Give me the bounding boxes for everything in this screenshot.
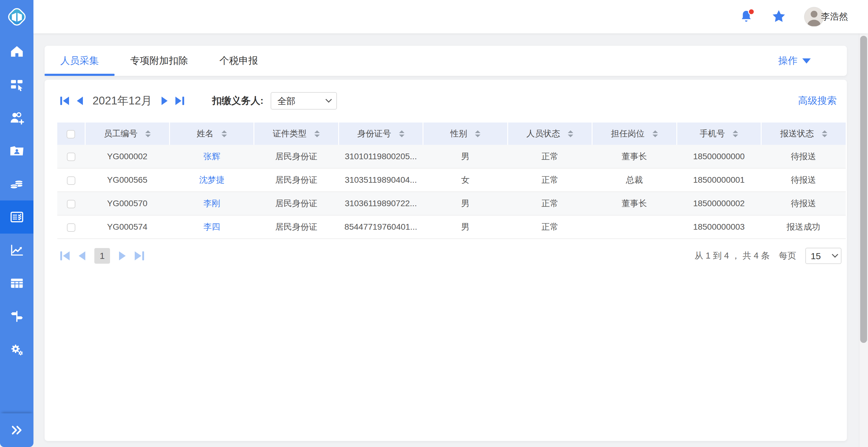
cell-employee-id: YG000570 — [85, 192, 169, 215]
last-period-button[interactable] — [176, 97, 184, 105]
employee-files-icon — [9, 143, 25, 159]
cell-id-number: 85447719760401... — [338, 215, 423, 239]
sort-icon[interactable] — [652, 130, 658, 137]
first-page-button[interactable] — [60, 251, 70, 261]
tab-card: 人员采集 专项附加扣除 个税申报 操作 — [44, 46, 847, 76]
col-status: 人员状态 — [526, 128, 560, 139]
sidebar — [0, 0, 33, 447]
tab-tax-declaration[interactable]: 个税申报 — [204, 46, 274, 76]
sidebar-nav — [0, 35, 33, 366]
last-page-button[interactable] — [135, 251, 144, 261]
cell-id-number: 31036119890722... — [338, 192, 423, 215]
sidebar-item-add-person[interactable] — [0, 101, 33, 134]
home-icon — [9, 44, 25, 59]
sidebar-item-tax-report[interactable] — [0, 201, 33, 234]
withholding-agent-label: 扣缴义务人: — [212, 94, 264, 107]
pagination-summary-area: 从 1 到 4 ， 共 4 条 每页 15 — [694, 248, 841, 264]
cell-gender: 男 — [423, 145, 507, 168]
notification-badge — [748, 8, 755, 15]
favorites-button[interactable] — [771, 8, 786, 25]
sidebar-item-guide[interactable] — [0, 300, 33, 333]
tab-personnel-collection[interactable]: 人员采集 — [44, 46, 115, 76]
row-checkbox[interactable] — [67, 224, 75, 232]
sidebar-item-home[interactable] — [0, 35, 33, 68]
operate-dropdown[interactable]: 操作 — [778, 46, 811, 76]
cell-name-link[interactable]: 张辉 — [169, 145, 254, 168]
cell-name-link[interactable]: 沈梦捷 — [169, 168, 254, 192]
cell-employee-id: YG000002 — [85, 145, 169, 168]
cell-phone: 18500000003 — [677, 215, 761, 239]
double-chevron-right-icon — [8, 422, 25, 439]
sidebar-item-data-table[interactable] — [0, 267, 33, 300]
payroll-coins-icon — [9, 176, 25, 192]
data-table-icon — [9, 275, 25, 291]
notifications-button[interactable] — [739, 9, 753, 25]
cell-position: 董事长 — [592, 145, 677, 168]
content-card: 2021年12月 扣缴义务人: 全部 高级搜索 员工编号 姓名 证件类型 — [44, 80, 847, 441]
cell-report-status: 报送成功 — [761, 215, 846, 239]
cell-report-status: 待报送 — [761, 168, 846, 192]
book-logo-icon — [5, 5, 28, 28]
cell-report-status: 待报送 — [761, 192, 846, 215]
sort-icon[interactable] — [399, 130, 404, 137]
row-checkbox[interactable] — [67, 152, 75, 161]
sort-icon[interactable] — [314, 130, 320, 137]
employee-table: 员工编号 姓名 证件类型 身份证号 性别 人员状态 担任岗位 手机号 报送状态 … — [57, 123, 846, 239]
withholding-agent-filter: 扣缴义务人: 全部 — [212, 92, 337, 110]
withholding-agent-select[interactable]: 全部 — [271, 92, 337, 110]
scrollbar-track[interactable] — [859, 33, 868, 447]
tab-special-deduction[interactable]: 专项附加扣除 — [115, 46, 204, 76]
sort-icon[interactable] — [822, 130, 827, 137]
sort-icon[interactable] — [733, 130, 738, 137]
user-menu[interactable]: 李浩然 — [804, 7, 848, 27]
pagination: 1 从 1 到 4 ， 共 4 条 每页 15 — [57, 247, 846, 265]
prev-page-button[interactable] — [79, 251, 85, 261]
per-page-label: 每页 — [779, 250, 796, 262]
cell-phone: 18500000001 — [677, 168, 761, 192]
col-gender: 性别 — [450, 128, 467, 139]
pagination-summary: 从 1 到 4 ， 共 4 条 — [694, 250, 770, 262]
prev-period-button[interactable] — [77, 97, 83, 105]
sidebar-item-settings[interactable] — [0, 333, 33, 366]
next-page-button[interactable] — [119, 251, 126, 261]
table-row: YG000002 张辉 居民身份证 31010119800205... 男 正常… — [57, 145, 846, 168]
sidebar-item-payroll[interactable] — [0, 167, 33, 201]
sort-icon[interactable] — [221, 130, 227, 137]
current-page-button[interactable]: 1 — [94, 248, 110, 264]
row-checkbox[interactable] — [67, 176, 75, 185]
header-checkbox-cell — [57, 123, 85, 145]
cell-id-type: 居民身份证 — [254, 192, 338, 215]
sidebar-expand-button[interactable] — [0, 413, 33, 447]
cell-phone: 18500000002 — [677, 192, 761, 215]
cell-position — [592, 215, 677, 239]
toolbar: 2021年12月 扣缴义务人: 全部 高级搜索 — [57, 92, 846, 110]
sort-icon[interactable] — [475, 130, 480, 137]
sidebar-item-analytics[interactable] — [0, 234, 33, 267]
user-name: 李浩然 — [821, 10, 848, 23]
sidebar-item-employee-files[interactable] — [0, 134, 33, 167]
col-id-number: 身份证号 — [358, 128, 391, 139]
page-size-select[interactable]: 15 — [805, 248, 841, 264]
cell-position: 总裁 — [592, 168, 677, 192]
first-period-button[interactable] — [60, 97, 69, 105]
sidebar-item-modules[interactable] — [0, 68, 33, 101]
next-period-button[interactable] — [161, 97, 167, 105]
sort-icon[interactable] — [568, 130, 573, 137]
row-checkbox[interactable] — [67, 200, 75, 208]
app-logo[interactable] — [0, 0, 33, 33]
cell-id-type: 居民身份证 — [254, 215, 338, 239]
col-id-type: 证件类型 — [273, 128, 307, 139]
cell-gender: 男 — [423, 192, 507, 215]
cell-phone: 18500000000 — [677, 145, 761, 168]
current-period: 2021年12月 — [93, 93, 152, 108]
table-row: YG000570 李刚 居民身份证 31036119890722... 男 正常… — [57, 192, 846, 215]
cell-status: 正常 — [507, 192, 592, 215]
col-position: 担任岗位 — [611, 128, 645, 139]
sort-icon[interactable] — [145, 130, 151, 137]
advanced-search-link[interactable]: 高级搜索 — [798, 94, 837, 107]
cell-name-link[interactable]: 李四 — [169, 215, 254, 239]
scrollbar-thumb[interactable] — [860, 36, 867, 343]
cell-id-type: 居民身份证 — [254, 168, 338, 192]
select-all-checkbox[interactable] — [67, 130, 75, 138]
cell-name-link[interactable]: 李刚 — [169, 192, 254, 215]
